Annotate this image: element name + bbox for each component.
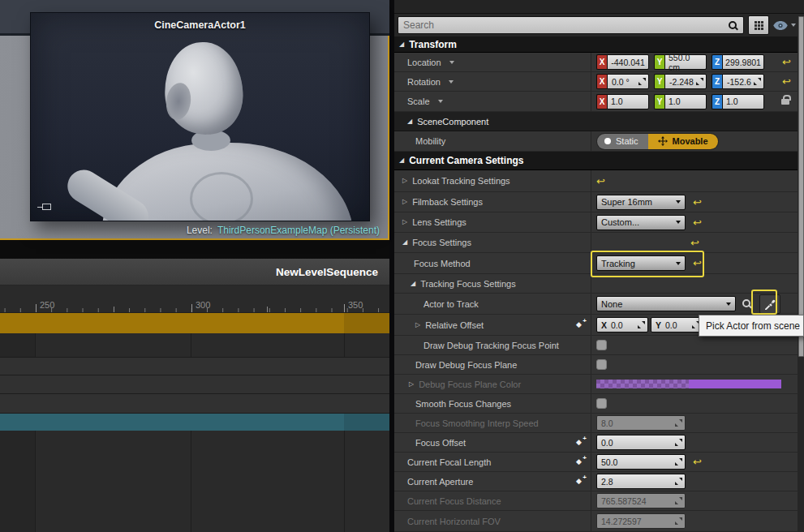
expand-arrow-icon[interactable]: ◢ [411, 281, 415, 287]
rotation-label[interactable]: Rotation [394, 72, 591, 91]
chevron-down-icon [791, 24, 796, 27]
reset-to-default-icon[interactable]: ↩ [782, 57, 791, 67]
reset-to-default-icon[interactable]: ↩ [693, 258, 702, 268]
relative-offset-y-field[interactable]: Y0.0 [651, 317, 703, 332]
property-matrix-button[interactable] [748, 15, 769, 35]
drag-spinner-icon[interactable] [754, 78, 761, 85]
tooltip-pick-actor: Pick Actor from scene [699, 315, 804, 337]
expand-arrow-icon[interactable]: ◢ [402, 239, 407, 246]
reset-to-default-icon[interactable]: ↩ [596, 176, 605, 187]
expand-arrow-icon: ◢ [407, 118, 412, 125]
drag-spinner-icon[interactable] [675, 439, 682, 446]
scale-z-field[interactable]: Z1.0 [712, 94, 764, 109]
drag-spinner-icon[interactable] [675, 478, 682, 485]
track-left-column [0, 333, 35, 357]
browse-icon[interactable] [742, 298, 752, 309]
preview-pin-icon[interactable] [42, 204, 51, 210]
filmback-dropdown[interactable]: Super 16mm [596, 195, 686, 210]
pick-actor-button[interactable] [759, 294, 780, 314]
search-box[interactable] [398, 16, 744, 34]
sequencer-track-row[interactable] [0, 375, 389, 393]
lock-icon[interactable] [781, 99, 789, 105]
draw-debug-tracking-focus-point-checkbox[interactable] [596, 340, 607, 350]
relative-offset-x-field[interactable]: X0.0 [596, 317, 648, 332]
drag-spinner-icon[interactable] [638, 78, 646, 85]
focus-offset-row: Focus Offset ◆+ 0.0 [394, 433, 804, 453]
transform-section-header[interactable]: ◢ Transform [394, 36, 804, 53]
camera-cut-section-bar[interactable] [0, 313, 389, 333]
rotation-y-field[interactable]: Y-2.248 [654, 74, 707, 89]
scene-component-header[interactable]: ◢ SceneComponent [394, 112, 804, 131]
search-input[interactable] [403, 19, 728, 31]
current-aperture-field[interactable]: 2.8 [596, 474, 686, 489]
focus-settings-label[interactable]: ◢ Focus Settings [394, 233, 591, 252]
mobility-movable-option[interactable]: Movable [648, 134, 718, 149]
reset-to-default-icon[interactable]: ↩ [693, 457, 702, 467]
sequencer-timeline-ruler[interactable]: 250 300 350 [0, 285, 389, 313]
alpha-checker [596, 380, 689, 388]
scale-row: Scale X1.0 Y1.0 Z1.0 [394, 92, 804, 112]
add-keyframe-icon[interactable]: ◆+ [576, 457, 587, 467]
details-scrollbar[interactable] [798, 14, 804, 532]
draw-debug-focus-plane-row: Draw Debug Focus Plane [394, 355, 804, 375]
sequencer-track-row[interactable] [0, 394, 389, 413]
location-z-field[interactable]: Z299.9801 [712, 54, 764, 70]
lens-settings-label[interactable]: ▷ Lens Settings [394, 212, 591, 232]
location-label[interactable]: Location [394, 53, 591, 71]
sequencer-header: NewLevelSequence [0, 259, 389, 285]
location-x-field[interactable]: X-440.041 [596, 54, 649, 70]
current-focal-length-field[interactable]: 50.0 [596, 454, 686, 470]
panel-divider [0, 240, 389, 259]
collapse-arrow-icon[interactable]: ▷ [409, 381, 414, 388]
current-focal-length-row: Current Focal Length ◆+ 50.0 ↩ [394, 453, 804, 472]
lookat-tracking-settings-label[interactable]: ▷ Lookat Tracking Settings [394, 170, 591, 191]
collapse-arrow-icon[interactable]: ▷ [402, 178, 407, 184]
location-y-field[interactable]: Y550.0 cm [654, 54, 707, 70]
smooth-focus-changes-row: Smooth Focus Changes [394, 394, 804, 414]
add-keyframe-icon[interactable]: ◆+ [576, 320, 587, 330]
rotation-x-field[interactable]: X0.0 ° [596, 74, 649, 89]
debug-focus-plane-color-swatch[interactable] [596, 380, 781, 388]
selected-section-bar[interactable] [0, 414, 389, 431]
drag-spinner-icon[interactable] [638, 321, 645, 328]
tracking-focus-settings-label[interactable]: ◢ Tracking Focus Settings [394, 274, 591, 293]
focus-offset-field[interactable]: 0.0 [596, 435, 686, 450]
collapse-arrow-icon[interactable]: ▷ [402, 199, 407, 205]
chevron-down-icon [676, 262, 681, 265]
reset-to-default-icon[interactable]: ↩ [690, 238, 699, 248]
focus-method-dropdown[interactable]: Tracking [596, 255, 686, 271]
actor-to-track-dropdown[interactable]: None [596, 296, 736, 311]
scale-y-field[interactable]: Y1.0 [654, 94, 707, 109]
reset-to-default-icon[interactable]: ↩ [693, 217, 702, 228]
move-icon [658, 136, 668, 146]
chevron-down-icon [449, 61, 454, 64]
smooth-focus-changes-checkbox[interactable] [596, 398, 607, 409]
mobility-static-option[interactable]: Static [597, 134, 648, 149]
draw-debug-focus-plane-checkbox[interactable] [596, 359, 607, 370]
scale-label[interactable]: Scale [394, 92, 591, 111]
sequence-title: NewLevelSequence [276, 266, 378, 278]
add-keyframe-icon[interactable]: ◆+ [576, 476, 587, 487]
drag-spinner-icon[interactable] [696, 78, 703, 85]
rotation-z-field[interactable]: Z-152.6 [712, 74, 764, 89]
view-options-button[interactable] [773, 21, 796, 30]
scale-x-field[interactable]: X1.0 [596, 94, 649, 109]
level-viewport[interactable]: CineCameraActor1 Level:ThirdPersonExampl… [0, 36, 389, 240]
current-horizontal-fov-field: 14.272597 [596, 513, 686, 529]
sequencer-track-area[interactable] [0, 313, 389, 532]
drag-spinner-icon[interactable] [675, 458, 682, 466]
current-camera-settings-header[interactable]: ◢ Current Camera Settings [394, 152, 804, 170]
lens-dropdown[interactable]: Custom... [596, 215, 686, 230]
sequencer-track-row[interactable] [0, 358, 389, 375]
tracking-focus-settings-row: ◢ Tracking Focus Settings [394, 274, 804, 294]
scrollbar-thumb[interactable] [798, 16, 804, 357]
reset-to-default-icon[interactable]: ↩ [782, 76, 791, 87]
camera-preview-overlay: CineCameraActor1 [30, 12, 370, 221]
filmback-settings-label[interactable]: ▷ Filmback Settings [394, 192, 591, 212]
collapse-arrow-icon[interactable]: ▷ [415, 322, 420, 328]
add-keyframe-icon[interactable]: ◆+ [576, 437, 587, 448]
collapse-arrow-icon[interactable]: ▷ [402, 219, 407, 225]
level-indicator: Level:ThirdPersonExampleMap (Persistent) [187, 225, 380, 236]
reset-to-default-icon[interactable]: ↩ [693, 197, 702, 208]
relative-offset-label: ▷ Relative Offset ◆+ [394, 315, 591, 335]
